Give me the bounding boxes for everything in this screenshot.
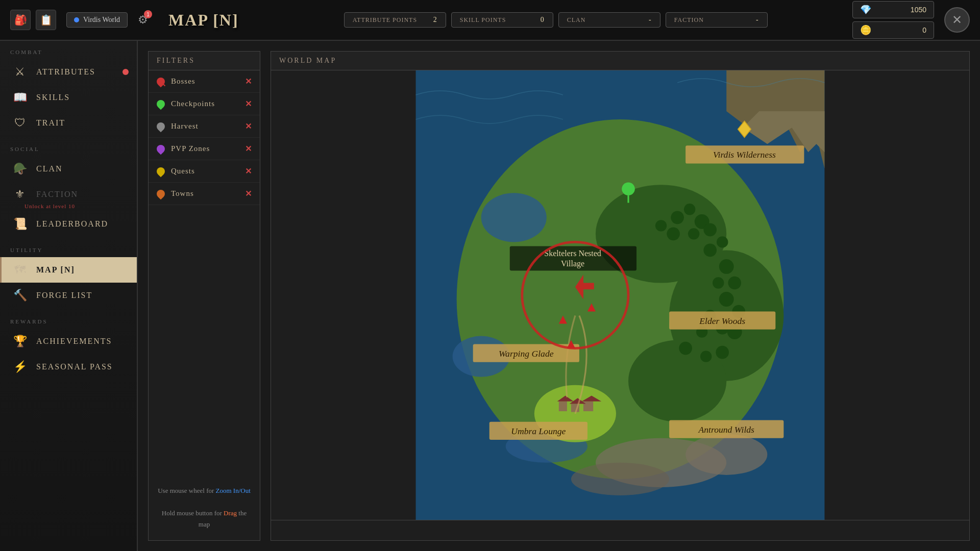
leaderboard-label: LEADERBOARD bbox=[36, 219, 108, 229]
currency-row-2: 🪙 0 bbox=[852, 21, 934, 39]
faction-btn[interactable]: FACTION - bbox=[666, 12, 768, 28]
clan-value: - bbox=[649, 16, 652, 24]
svg-text:Warping Glade: Warping Glade bbox=[499, 348, 554, 359]
svg-point-30 bbox=[700, 350, 712, 362]
faction-icon: ⚜ bbox=[12, 188, 28, 201]
checkpoints-toggle[interactable]: ✕ bbox=[245, 99, 252, 109]
towns-toggle[interactable]: ✕ bbox=[245, 189, 252, 198]
sidebar-item-seasonal[interactable]: ⚡ SEASONAL PASS bbox=[0, 354, 137, 380]
svg-rect-33 bbox=[559, 402, 567, 411]
settings-badge: 1 bbox=[144, 10, 152, 18]
map-icon: 🗺 bbox=[12, 263, 28, 277]
sidebar-item-map[interactable]: 🗺 MAP [N] bbox=[0, 257, 137, 283]
svg-text:Skeltelers Nested: Skeltelers Nested bbox=[544, 249, 601, 258]
sidebar-item-leaderboard[interactable]: 📜 LEADERBOARD bbox=[0, 211, 137, 237]
top-left-icons: 🎒 📋 bbox=[10, 10, 56, 30]
towns-dot bbox=[155, 188, 167, 199]
skills-label: SKILLS bbox=[36, 93, 70, 102]
filter-bosses[interactable]: Bosses ✕ bbox=[149, 70, 260, 93]
sidebar-item-faction[interactable]: ⚜ FACTION bbox=[0, 182, 137, 207]
stat-buttons: ATTRIBUTE POINTS 2 SKILL POINTS 0 CLAN -… bbox=[270, 12, 842, 28]
inventory-icon[interactable]: 🎒 bbox=[10, 10, 31, 30]
attribute-points-btn[interactable]: ATTRIBUTE POINTS 2 bbox=[344, 12, 446, 28]
clan-btn[interactable]: CLAN - bbox=[558, 12, 660, 28]
hint2-text: Hold mouse button for bbox=[162, 509, 224, 517]
sword-icon: ⚔ bbox=[12, 65, 28, 79]
faction-value: - bbox=[756, 16, 759, 24]
svg-point-29 bbox=[679, 342, 692, 355]
filters-hint: Use mouse wheel for Zoom In/Out Hold mou… bbox=[149, 475, 260, 540]
svg-point-31 bbox=[716, 346, 729, 359]
clan-label: CLAN bbox=[567, 16, 586, 24]
svg-text:Antround Wilds: Antround Wilds bbox=[698, 424, 755, 435]
book-icon: 📖 bbox=[12, 91, 28, 104]
shield-icon: 🛡 bbox=[12, 116, 28, 130]
sidebar-section-combat: COMBAT ⚔ ATTRIBUTES 📖 SKILLS 🛡 TRAIT bbox=[0, 41, 137, 138]
bosses-toggle[interactable]: ✕ bbox=[245, 77, 252, 86]
svg-point-14 bbox=[655, 220, 667, 231]
sidebar-item-attributes[interactable]: ⚔ ATTRIBUTES bbox=[0, 59, 137, 85]
towns-label: Towns bbox=[171, 189, 239, 198]
document-icon[interactable]: 📋 bbox=[36, 10, 56, 30]
sidebar-section-rewards: REWARDS 🏆 ACHIEVEMENTS ⚡ SEASONAL PASS bbox=[0, 310, 137, 382]
pvp-toggle[interactable]: ✕ bbox=[245, 144, 252, 154]
sidebar-section-social: SOCIAL 🪖 CLAN ⚜ FACTION Unlock at level … bbox=[0, 138, 137, 239]
forge-icon: 🔨 bbox=[12, 289, 28, 302]
filter-towns[interactable]: Towns ✕ bbox=[149, 183, 260, 205]
svg-text:Umbra Lounge: Umbra Lounge bbox=[511, 426, 566, 436]
svg-text:Elder Woods: Elder Woods bbox=[699, 316, 745, 326]
svg-text:Village: Village bbox=[561, 259, 584, 268]
currency-area: 💎 1050 🪙 0 bbox=[852, 1, 934, 39]
main-content: FILTERS Bosses ✕ Checkpoints ✕ Harvest ✕… bbox=[138, 41, 980, 551]
attributes-notif bbox=[122, 69, 129, 75]
seasonal-label: SEASONAL PASS bbox=[36, 362, 113, 371]
seasonal-icon: ⚡ bbox=[12, 360, 28, 373]
map-label: MAP [N] bbox=[36, 265, 75, 274]
svg-point-12 bbox=[684, 204, 695, 215]
currency-row-1: 💎 1050 bbox=[852, 1, 934, 18]
clan-nav-label: CLAN bbox=[36, 164, 63, 173]
svg-point-10 bbox=[628, 340, 726, 422]
harvest-label: Harvest bbox=[171, 122, 239, 131]
map-bottom-bar bbox=[271, 520, 970, 541]
world-tab-dot bbox=[74, 17, 79, 22]
leaderboard-icon: 📜 bbox=[12, 217, 28, 231]
harvest-toggle[interactable]: ✕ bbox=[245, 121, 252, 131]
quests-dot bbox=[155, 165, 167, 177]
sidebar-item-achievements[interactable]: 🏆 ACHIEVEMENTS bbox=[0, 329, 137, 354]
sidebar-item-clan[interactable]: 🪖 CLAN bbox=[0, 156, 137, 182]
sidebar-item-trait[interactable]: 🛡 TRAIT bbox=[0, 110, 137, 136]
hint1b-text: Zoom In/Out bbox=[216, 487, 251, 494]
sidebar: COMBAT ⚔ ATTRIBUTES 📖 SKILLS 🛡 TRAIT SOC… bbox=[0, 41, 138, 551]
svg-point-40 bbox=[685, 434, 767, 475]
checkpoints-dot bbox=[155, 98, 167, 110]
filter-harvest[interactable]: Harvest ✕ bbox=[149, 115, 260, 138]
filter-pvp[interactable]: PVP Zones ✕ bbox=[149, 138, 260, 160]
attribute-points-value: 2 bbox=[433, 16, 437, 24]
svg-point-18 bbox=[717, 236, 728, 247]
svg-point-22 bbox=[713, 277, 724, 288]
sidebar-item-forge[interactable]: 🔨 FORGE LIST bbox=[0, 283, 137, 308]
faction-nav-label: FACTION bbox=[36, 190, 78, 199]
sidebar-section-combat-label: COMBAT bbox=[0, 49, 137, 59]
close-button[interactable]: ✕ bbox=[944, 7, 970, 33]
sidebar-section-utility-label: UTILITY bbox=[0, 247, 137, 257]
clan-icon: 🪖 bbox=[12, 162, 28, 176]
settings-icon[interactable]: ⚙ 1 bbox=[138, 13, 148, 27]
coin-icon: 🪙 bbox=[860, 24, 871, 36]
attribute-points-label: ATTRIBUTE POINTS bbox=[353, 16, 417, 24]
filter-checkpoints[interactable]: Checkpoints ✕ bbox=[149, 93, 260, 115]
gem-icon: 💎 bbox=[860, 4, 871, 15]
hint1-text: Use mouse wheel for bbox=[158, 487, 215, 494]
world-tab[interactable]: Virdis World bbox=[66, 12, 128, 28]
filter-quests[interactable]: Quests ✕ bbox=[149, 160, 260, 183]
map-container[interactable]: Virdis Wilderness Elder Woods Warping Gl… bbox=[271, 70, 970, 520]
bosses-label: Bosses bbox=[171, 77, 239, 86]
svg-point-23 bbox=[719, 292, 734, 307]
quests-toggle[interactable]: ✕ bbox=[245, 166, 252, 176]
pvp-label: PVP Zones bbox=[171, 144, 239, 153]
sidebar-item-skills[interactable]: 📖 SKILLS bbox=[0, 85, 137, 110]
svg-point-15 bbox=[667, 228, 680, 241]
skill-points-btn[interactable]: SKILL POINTS 0 bbox=[451, 12, 553, 28]
filters-list: Bosses ✕ Checkpoints ✕ Harvest ✕ PVP Zon… bbox=[148, 70, 260, 541]
